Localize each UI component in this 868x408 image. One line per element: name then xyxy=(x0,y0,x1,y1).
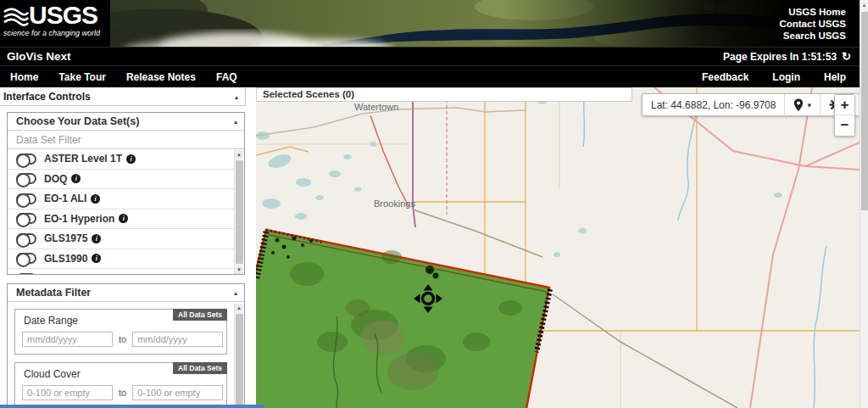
dataset-toggle[interactable] xyxy=(16,233,36,244)
range-joiner-label: to xyxy=(119,334,126,344)
dataset-toggle[interactable] xyxy=(16,193,36,204)
dataset-row-aster-level-1t[interactable]: ASTER Level 1Ti xyxy=(8,149,244,170)
map-toolbar: Lat: 44.6882, Lon: -96.9708 ▾ xyxy=(642,93,860,116)
info-icon[interactable]: i xyxy=(126,154,136,164)
collapse-icon[interactable]: ▴ xyxy=(234,289,237,297)
dataset-filter-input[interactable] xyxy=(8,131,244,148)
interface-controls-label: Interface Controls xyxy=(3,91,91,103)
cloud-cover-to-input[interactable] xyxy=(132,385,223,400)
nav-item-take-tour[interactable]: Take Tour xyxy=(58,71,106,83)
scrollbar-thumb[interactable] xyxy=(236,314,243,408)
datasets-panel-header[interactable]: Choose Your Data Set(s) ▴ xyxy=(8,113,244,131)
dataset-label: GLS1975 xyxy=(44,232,87,244)
date-range-to-input[interactable] xyxy=(132,332,223,347)
metadata-scrollbar[interactable]: ▲ xyxy=(234,304,243,408)
metadata-group-cloud-cover: All Data SetsCloud Coverto xyxy=(14,362,227,408)
lat-lon-display: Lat: 44.6882, Lon: -96.9708 xyxy=(643,99,784,111)
scrollbar-thumb[interactable] xyxy=(861,12,868,210)
map-viewport[interactable]: Watertown Brookings xyxy=(256,87,860,408)
zoom-out-button[interactable]: − xyxy=(835,115,854,136)
dataset-label: EO-1 Hyperion xyxy=(44,213,114,225)
app-title: GloVis Next xyxy=(7,50,71,63)
info-icon[interactable]: i xyxy=(92,234,101,243)
dataset-row-gls2000[interactable]: GLS2000i xyxy=(8,269,244,275)
dataset-toggle[interactable] xyxy=(16,154,36,165)
dataset-toggle[interactable] xyxy=(16,253,36,264)
usgs-banner: USGS science for a changing world USGS H… xyxy=(0,0,860,47)
usgs-wave-icon xyxy=(3,6,29,28)
nav-item-release-notes[interactable]: Release Notes xyxy=(126,71,196,83)
banner-links: USGS HomeContact USGSSearch USGS xyxy=(779,6,846,42)
metadata-panel-title: Metadata Filter xyxy=(16,287,91,299)
usgs-logo[interactable]: USGS science for a changing world xyxy=(0,0,110,47)
page-expires-label: Page Expires In 1:51:53 xyxy=(723,51,837,63)
marker-dropdown-button[interactable]: ▾ xyxy=(785,94,820,115)
metadata-group-date-range: All Data SetsDate Rangeto xyxy=(14,309,227,355)
dataset-list: ASTER Level 1TiDOQiEO-1 ALIiEO-1 Hyperio… xyxy=(8,149,244,275)
interface-controls-bar[interactable]: Interface Controls ▴ xyxy=(0,88,246,106)
scroll-up-icon[interactable]: ▲ xyxy=(235,304,243,313)
dataset-label: GLS1990 xyxy=(44,253,87,265)
banner-link-contact-usgs[interactable]: Contact USGS xyxy=(779,18,846,30)
range-joiner-label: to xyxy=(119,388,126,398)
dataset-list-scrollbar[interactable]: ▲ ▼ xyxy=(234,150,243,275)
info-icon[interactable]: i xyxy=(92,274,101,275)
info-icon[interactable]: i xyxy=(71,174,81,183)
cloud-cover-from-input[interactable] xyxy=(22,385,113,400)
page-scrollbar[interactable]: ▲ xyxy=(860,0,868,408)
glovis-page: USGS science for a changing world USGS H… xyxy=(0,0,868,408)
banner-link-search-usgs[interactable]: Search USGS xyxy=(779,30,846,42)
collapse-icon[interactable]: ▴ xyxy=(234,118,237,126)
dataset-toggle[interactable] xyxy=(16,173,36,184)
app-bar: GloVis Next Page Expires In 1:51:53 ↻ xyxy=(0,47,860,65)
dataset-label: DOQ xyxy=(44,173,67,185)
datasets-panel-title: Choose Your Data Set(s) xyxy=(16,115,139,127)
info-icon[interactable]: i xyxy=(91,194,100,204)
nav-item-help[interactable]: Help xyxy=(824,71,846,83)
metadata-panel: Metadata Filter ▴ All Data SetsDate Rang… xyxy=(7,283,245,408)
zoom-control: + − xyxy=(834,94,855,137)
nav-item-faq[interactable]: FAQ xyxy=(216,71,237,83)
nav-item-home[interactable]: Home xyxy=(10,71,38,83)
scroll-up-icon[interactable]: ▲ xyxy=(235,150,243,159)
dataset-row-eo-1-ali[interactable]: EO-1 ALIi xyxy=(8,189,244,210)
scroll-up-icon[interactable]: ▲ xyxy=(860,0,868,11)
months-select-edge xyxy=(0,405,264,408)
dataset-label: ASTER Level 1T xyxy=(44,153,122,165)
all-data-sets-badge[interactable]: All Data Sets xyxy=(173,309,227,321)
info-icon[interactable]: i xyxy=(92,254,101,263)
dataset-label: GLS2000 xyxy=(44,272,87,275)
dataset-row-doq[interactable]: DOQi xyxy=(8,170,244,190)
nav-right: FeedbackLoginHelp xyxy=(702,71,851,83)
scrollbar-thumb[interactable] xyxy=(236,160,243,264)
dataset-toggle[interactable] xyxy=(16,213,36,224)
all-data-sets-badge[interactable]: All Data Sets xyxy=(173,362,227,374)
metadata-body: All Data SetsDate RangetoAll Data SetsCl… xyxy=(8,302,244,408)
main-nav: HomeTake TourRelease NotesFAQ FeedbackLo… xyxy=(0,65,860,87)
info-icon[interactable]: i xyxy=(119,214,128,223)
nav-item-login[interactable]: Login xyxy=(772,71,800,83)
dataset-row-gls1990[interactable]: GLS1990i xyxy=(8,249,244,270)
banner-link-usgs-home[interactable]: USGS Home xyxy=(779,6,846,18)
logo-text: USGS xyxy=(29,3,97,28)
datasets-panel: Choose Your Data Set(s) ▴ ASTER Level 1T… xyxy=(7,112,245,275)
nav-item-feedback[interactable]: Feedback xyxy=(702,71,748,83)
refresh-icon[interactable]: ↻ xyxy=(842,50,851,63)
dataset-label: EO-1 ALI xyxy=(44,193,86,204)
scroll-down-icon[interactable]: ▼ xyxy=(235,265,243,275)
chevron-down-icon: ▾ xyxy=(807,101,811,109)
map-pin-icon xyxy=(793,98,804,112)
dataset-row-eo-1-hyperion[interactable]: EO-1 Hyperioni xyxy=(8,210,244,230)
dataset-filter-row xyxy=(8,131,244,149)
metadata-panel-header[interactable]: Metadata Filter ▴ xyxy=(8,284,244,302)
page-expires: Page Expires In 1:51:53 ↻ xyxy=(723,50,851,63)
selected-scenes-bar[interactable]: Selected Scenes (0) xyxy=(256,87,632,102)
logo-tagline: science for a changing world xyxy=(3,29,110,37)
nav-left: HomeTake TourRelease NotesFAQ xyxy=(0,71,237,83)
dataset-row-gls1975[interactable]: GLS1975i xyxy=(8,229,244,249)
collapse-icon[interactable]: ▴ xyxy=(235,93,238,101)
zoom-in-button[interactable]: + xyxy=(835,95,854,115)
date-range-from-input[interactable] xyxy=(22,332,113,347)
content-area: Watertown Brookings Selected Scenes (0) … xyxy=(0,87,860,408)
dataset-toggle[interactable] xyxy=(16,273,36,275)
